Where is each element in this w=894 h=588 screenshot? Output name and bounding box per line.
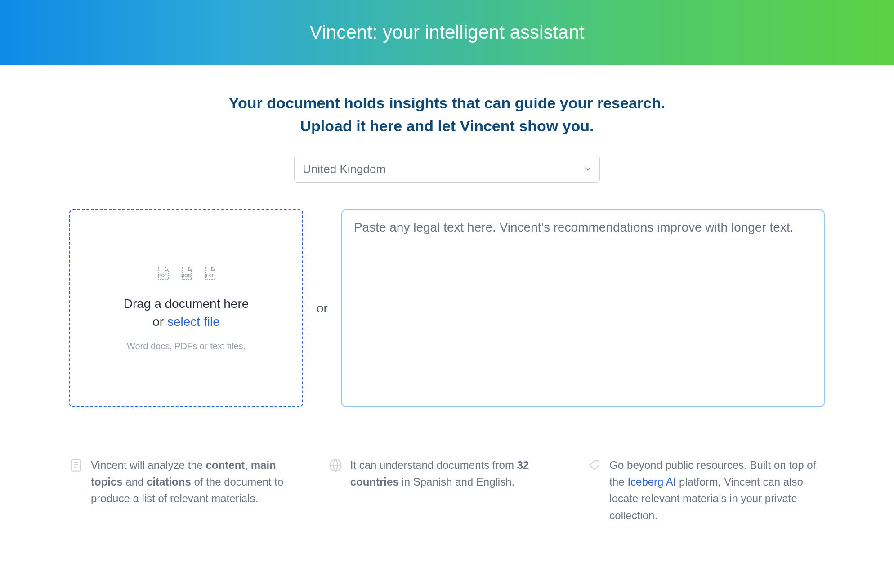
intro-text: Your document holds insights that can gu… (69, 92, 825, 138)
paste-textarea[interactable] (341, 209, 825, 407)
iceberg-ai-link[interactable]: Iceberg AI (627, 476, 676, 488)
svg-text:TXT: TXT (206, 273, 214, 278)
globe-icon (329, 459, 342, 472)
svg-text:DOC: DOC (181, 273, 191, 278)
feature-analyze: Vincent will analyze the content, main t… (69, 457, 306, 524)
doc-file-icon: DOC (178, 265, 194, 281)
feature-iceberg: Go beyond public resources. Built on top… (588, 457, 825, 524)
features-row: Vincent will analyze the content, main t… (69, 457, 825, 524)
header-banner: Vincent: your intelligent assistant (0, 0, 894, 65)
select-file-link[interactable]: select file (167, 315, 220, 329)
feature-iceberg-text: Go beyond public resources. Built on top… (609, 457, 825, 524)
file-icons-row: PDF DOC TXT (155, 265, 218, 281)
country-select[interactable]: United Kingdom (294, 156, 600, 183)
document-icon (69, 459, 83, 472)
feature-countries: It can understand documents from 32 coun… (329, 457, 566, 524)
intro-line-1: Your document holds insights that can gu… (69, 92, 825, 115)
header-title: Vincent: your intelligent assistant (9, 22, 885, 43)
intro-line-2: Upload it here and let Vincent show you. (69, 115, 825, 138)
svg-rect-3 (72, 460, 80, 471)
svg-text:PDF: PDF (158, 273, 167, 278)
pdf-file-icon: PDF (155, 265, 171, 281)
file-types-hint: Word docs, PDFs or text files. (127, 341, 246, 352)
feature-analyze-text: Vincent will analyze the content, main t… (91, 457, 306, 507)
file-dropzone[interactable]: PDF DOC TXT (69, 209, 303, 407)
main-content: Your document holds insights that can gu… (47, 65, 847, 524)
drag-or-text: or (152, 315, 167, 329)
drag-text-line1: Drag a document here (124, 295, 249, 312)
txt-file-icon: TXT (201, 265, 218, 281)
country-select-wrapper: United Kingdom (69, 156, 825, 183)
upload-row: PDF DOC TXT (69, 209, 825, 407)
feature-countries-text: It can understand documents from 32 coun… (350, 457, 566, 490)
svg-point-9 (596, 463, 598, 464)
drag-text-line2: or select file (152, 313, 219, 330)
tag-icon (588, 459, 601, 472)
or-divider: or (317, 301, 328, 316)
